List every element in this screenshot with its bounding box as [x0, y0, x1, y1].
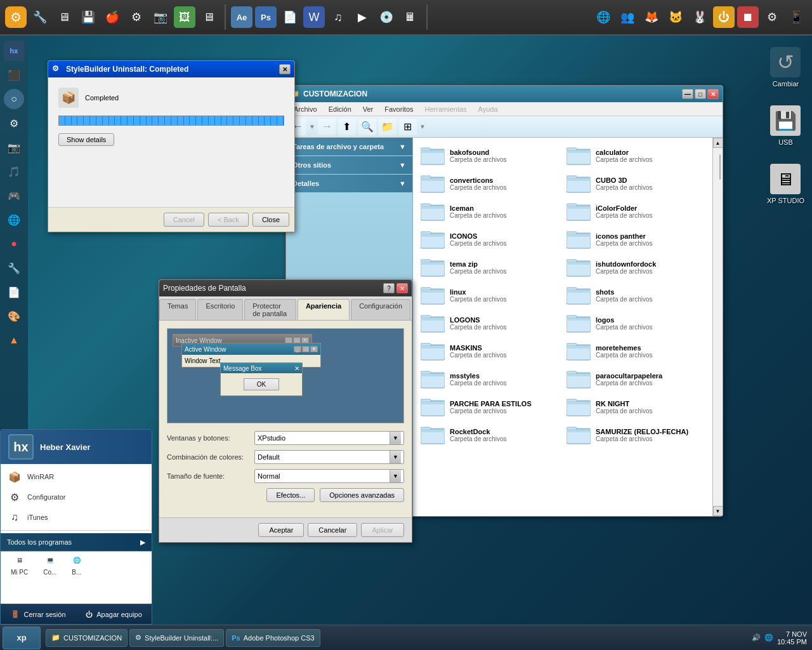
file-item[interactable]: calculator Carpeta de archivos	[564, 143, 707, 168]
preview-ok-btn[interactable]: OK	[244, 378, 279, 390]
hx-logo-icon[interactable]: hx	[4, 41, 24, 61]
file-item[interactable]: converticons Carpeta de archivos	[418, 171, 561, 196]
taskbar-task-stylebuilder[interactable]: ⚙ StyleBuilder Uninstall:...	[129, 629, 224, 647]
co-item[interactable]: 💻 Co...	[37, 554, 63, 578]
script-icon[interactable]: ⚙	[5, 6, 27, 28]
tab-protector[interactable]: Protector de pantalla	[244, 299, 296, 320]
ae-icon[interactable]: Ae	[231, 6, 252, 28]
quicktime-icon[interactable]: ▶	[351, 6, 373, 28]
file-item[interactable]: RK NIGHT Carpeta de archivos	[564, 394, 707, 420]
all-programs-btn[interactable]: Todos los programas ▶	[1, 533, 152, 551]
cancel-button[interactable]: Cancel	[164, 213, 204, 227]
customizacion-maximize-btn[interactable]: □	[695, 89, 706, 99]
menu-favoritos[interactable]: Favoritos	[379, 104, 418, 114]
file-item[interactable]: ICONOS Carpeta de archivos	[418, 227, 561, 252]
menu-edicion[interactable]: Edición	[324, 104, 357, 114]
sidebar-icon-3[interactable]: ⚙	[4, 113, 24, 133]
tools-icon[interactable]: 🔧	[29, 6, 51, 28]
ps-icon[interactable]: Ps	[255, 6, 277, 28]
file-item[interactable]: tema zip Carpeta de archivos	[418, 255, 561, 280]
calculator2-icon[interactable]: 🖩	[400, 6, 421, 28]
cat-icon[interactable]: 🐱	[665, 6, 686, 28]
sidebar-icon-10[interactable]: 📄	[4, 282, 24, 302]
file-item[interactable]: moretehemes Carpeta de archivos	[564, 338, 707, 364]
sidebar-icon-1[interactable]: ⬛	[4, 65, 24, 85]
fuente-select[interactable]: Normal ▼	[254, 469, 404, 483]
forward-toolbar-btn[interactable]: →	[318, 119, 336, 135]
taskbar-task-customizacion[interactable]: 📁 CUSTOMIZACION	[46, 629, 128, 647]
image-icon[interactable]: 🖼	[174, 6, 195, 28]
aceptar-btn[interactable]: Aceptar	[258, 523, 304, 537]
customizacion-minimize-btn[interactable]: —	[682, 89, 693, 99]
aplicar-btn[interactable]: Aplicar	[361, 523, 404, 537]
opciones-btn[interactable]: Opciones avanzadas	[320, 488, 404, 502]
sidebar-icon-6[interactable]: 🎮	[4, 185, 24, 206]
word-icon[interactable]: W	[303, 6, 325, 28]
file-item[interactable]: LOGONS Carpeta de archivos	[418, 310, 561, 336]
ventanas-select[interactable]: XPstudio ▼	[254, 431, 404, 445]
camera-icon[interactable]: 📷	[150, 6, 171, 28]
cancelar-btn[interactable]: Cancelar	[308, 523, 357, 537]
colores-arrow[interactable]: ▼	[390, 451, 401, 463]
file-item[interactable]: CUBO 3D Carpeta de archivos	[564, 171, 707, 196]
sidebar-icon-2[interactable]: ○	[4, 89, 24, 109]
usb-icon-desktop[interactable]: 💾 USB	[768, 103, 803, 149]
itunes-icon[interactable]: ♫	[327, 6, 349, 28]
back-button[interactable]: < Back	[208, 213, 249, 227]
acrobat-icon[interactable]: 📄	[279, 6, 301, 28]
file-item[interactable]: RocketDock Carpeta de archivos	[418, 422, 561, 448]
taskbar-task-photoshop[interactable]: Ps Adobe Photoshop CS3	[226, 629, 320, 647]
colores-select[interactable]: Default ▼	[254, 450, 404, 464]
file-item[interactable]: iColorFolder Carpeta de archivos	[564, 199, 707, 224]
sidebar-icon-5[interactable]: 🎵	[4, 161, 24, 182]
customizacion-close-btn[interactable]: ✕	[707, 89, 719, 99]
scroll-thumb[interactable]	[719, 154, 721, 180]
settings-icon[interactable]: ⚙	[126, 6, 147, 28]
sidebar-icon-7[interactable]: 🌐	[4, 209, 24, 230]
prop-help-btn[interactable]: ?	[383, 283, 395, 293]
file-item[interactable]: SAMURIZE (RELOJ-FECHA) Carpeta de archiv…	[564, 422, 707, 448]
dvd-icon[interactable]: 💿	[376, 6, 397, 28]
power-yellow-icon[interactable]: ⏻	[713, 6, 735, 28]
stylebuilder-close-btn[interactable]: ✕	[279, 64, 291, 74]
start-item-winrar[interactable]: 📦 WinRAR	[1, 467, 152, 487]
file-item[interactable]: PARCHE PARA ESTILOS Carpeta de archivos	[418, 394, 561, 420]
computer-icon[interactable]: 🖥	[53, 6, 75, 28]
file-item[interactable]: MASKINS Carpeta de archivos	[418, 338, 561, 364]
search-toolbar-btn[interactable]: 🔍	[358, 119, 376, 135]
drive-icon[interactable]: 💾	[77, 6, 99, 28]
menu-ver[interactable]: Ver	[358, 104, 379, 114]
efectos-btn[interactable]: Efectos...	[266, 488, 315, 502]
b-item[interactable]: 🌐 B...	[65, 554, 88, 578]
app-icon[interactable]: 📱	[785, 6, 807, 28]
scroll-up-btn[interactable]: ▲	[713, 138, 723, 148]
ventanas-arrow[interactable]: ▼	[390, 432, 401, 444]
tab-temas[interactable]: Temas	[159, 299, 196, 320]
show-details-button[interactable]: Show details	[58, 133, 114, 146]
sidebar-icon-9[interactable]: 🔧	[4, 258, 24, 278]
file-item[interactable]: Iceman Carpeta de archivos	[418, 199, 561, 224]
start-item-itunes[interactable]: ♫ iTunes	[1, 507, 152, 527]
tab-apariencia[interactable]: Apariencia	[298, 299, 350, 320]
scroll-down-btn[interactable]: ▼	[713, 506, 723, 516]
gear3-icon[interactable]: ⚙	[761, 6, 783, 28]
xp-studio-icon[interactable]: 🖥 XP STUDIO	[764, 161, 807, 207]
firefox-icon[interactable]: 🦊	[641, 6, 662, 28]
view-toolbar-btn[interactable]: ⊞	[399, 119, 417, 135]
prop-close-btn[interactable]: ✕	[396, 283, 408, 293]
sidebar-section-tareas-header[interactable]: Tareas de archivo y carpeta ▼	[286, 138, 412, 156]
folder-toolbar-btn[interactable]: 📁	[379, 119, 396, 135]
sidebar-icon-12[interactable]: ▲	[4, 330, 24, 350]
fuente-arrow[interactable]: ▼	[390, 470, 401, 482]
menu-ayuda[interactable]: Ayuda	[473, 104, 503, 114]
sidebar-section-otros-header[interactable]: Otros sitios ▼	[286, 156, 412, 174]
file-item[interactable]: shots Carpeta de archivos	[564, 282, 707, 308]
close-button[interactable]: Close	[252, 213, 289, 227]
file-item[interactable]: bakofsound Carpeta de archivos	[418, 143, 561, 168]
sidebar-icon-11[interactable]: 🎨	[4, 306, 24, 326]
shutdown-btn[interactable]: ⏻ Apagar equipo	[76, 604, 152, 624]
file-item[interactable]: msstyles Carpeta de archivos	[418, 366, 561, 392]
globe-icon[interactable]: 🌐	[593, 6, 614, 28]
file-item[interactable]: paraocultarpapelera Carpeta de archivos	[564, 366, 707, 392]
file-item[interactable]: linux Carpeta de archivos	[418, 282, 561, 308]
